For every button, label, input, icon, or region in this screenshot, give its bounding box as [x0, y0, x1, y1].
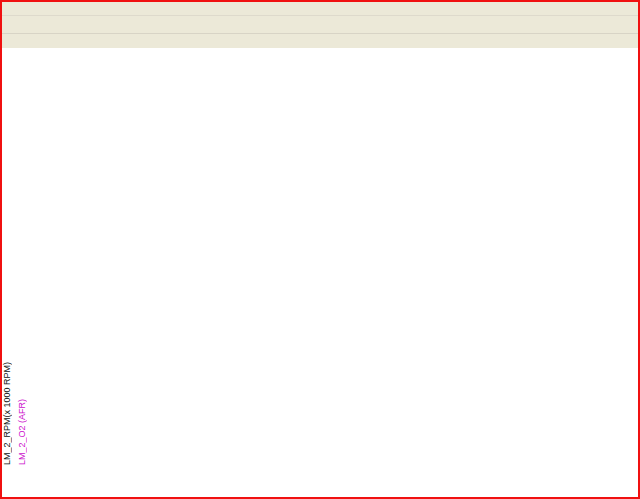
logworks-window: LM_2_RPM(x 1000 RPM) LM_2_O2 (AFR) — [0, 0, 640, 499]
menu-bar — [2, 2, 638, 16]
rpm-axis-title: LM_2_RPM(x 1000 RPM) — [2, 348, 12, 465]
toolbar — [2, 16, 638, 34]
afr-axis-title: LM_2_O2 (AFR) — [17, 397, 27, 465]
chart-area[interactable]: LM_2_RPM(x 1000 RPM) LM_2_O2 (AFR) — [0, 48, 640, 499]
chart-plot[interactable] — [0, 48, 640, 499]
